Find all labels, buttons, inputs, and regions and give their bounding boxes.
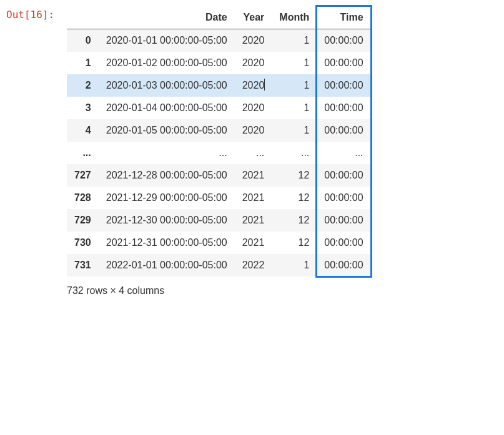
cell-year: 2020 — [235, 97, 272, 119]
row-index: 3 — [67, 97, 99, 119]
header-index — [67, 6, 99, 29]
cell-year: 2020 — [235, 74, 272, 97]
cell-year: 2022 — [235, 254, 272, 276]
cell-date: ... — [99, 142, 235, 164]
cell-date: 2021-12-30 00:00:00-05:00 — [99, 209, 235, 232]
cell-month: 1 — [272, 119, 317, 142]
cell-year: 2020 — [235, 29, 272, 52]
dataframe-table[interactable]: Date Year Month Time 02020-01-01 00:00:0… — [67, 6, 371, 276]
table-row[interactable]: 42020-01-05 00:00:00-05:002020100:00:00 — [67, 119, 371, 142]
table-row[interactable]: 32020-01-04 00:00:00-05:002020100:00:00 — [67, 97, 371, 119]
cell-month: 12 — [272, 187, 317, 209]
table-row[interactable]: 7272021-12-28 00:00:00-05:0020211200:00:… — [67, 164, 371, 187]
cell-time: 00:00:00 — [317, 52, 370, 74]
cell-month: 1 — [272, 29, 317, 52]
shape-summary: 732 rows × 4 columns — [67, 285, 371, 296]
cell-time: 00:00:00 — [317, 209, 370, 232]
row-index: 2 — [67, 74, 99, 97]
row-index: 728 — [67, 187, 99, 209]
row-index: 730 — [67, 232, 99, 254]
cell-time: 00:00:00 — [317, 232, 370, 254]
header-month: Month — [272, 6, 317, 29]
row-index: 729 — [67, 209, 99, 232]
cell-time: ... — [317, 142, 370, 164]
cell-month: 1 — [272, 74, 317, 97]
row-index: 4 — [67, 119, 99, 142]
cell-date: 2021-12-29 00:00:00-05:00 — [99, 187, 235, 209]
header-date: Date — [99, 6, 235, 29]
cell-time: 00:00:00 — [317, 187, 370, 209]
cell-date: 2021-12-31 00:00:00-05:00 — [99, 232, 235, 254]
cell-year: 2020 — [235, 119, 272, 142]
row-index: 0 — [67, 29, 99, 52]
table-row[interactable]: 22020-01-03 00:00:00-05:002020100:00:00 — [67, 74, 371, 97]
cell-year: 2020 — [235, 52, 272, 74]
output-prompt: Out[16]: — [6, 6, 67, 21]
cell-month: 1 — [272, 52, 317, 74]
cell-time: 00:00:00 — [317, 119, 370, 142]
cell-date: 2020-01-02 00:00:00-05:00 — [99, 52, 235, 74]
row-index: ... — [67, 142, 99, 164]
cell-month: ... — [272, 142, 317, 164]
cell-time: 00:00:00 — [317, 74, 370, 97]
table-row[interactable]: 7302021-12-31 00:00:00-05:0020211200:00:… — [67, 232, 371, 254]
cell-date: 2022-01-01 00:00:00-05:00 — [99, 254, 235, 276]
cell-time: 00:00:00 — [317, 97, 370, 119]
table-row[interactable]: 7292021-12-30 00:00:00-05:0020211200:00:… — [67, 209, 371, 232]
cell-month: 12 — [272, 232, 317, 254]
row-index: 731 — [67, 254, 99, 276]
cell-date: 2020-01-05 00:00:00-05:00 — [99, 119, 235, 142]
table-row[interactable]: ............... — [67, 142, 371, 164]
table-row[interactable]: 02020-01-01 00:00:00-05:002020100:00:00 — [67, 29, 371, 52]
table-row[interactable]: 12020-01-02 00:00:00-05:002020100:00:00 — [67, 52, 371, 74]
cell-month: 12 — [272, 209, 317, 232]
cell-time: 00:00:00 — [317, 164, 370, 187]
cell-date: 2021-12-28 00:00:00-05:00 — [99, 164, 235, 187]
cell-date: 2020-01-03 00:00:00-05:00 — [99, 74, 235, 97]
cell-year: ... — [235, 142, 272, 164]
cell-year: 2021 — [235, 187, 272, 209]
table-row[interactable]: 7312022-01-01 00:00:00-05:002022100:00:0… — [67, 254, 371, 276]
output-area: Date Year Month Time 02020-01-01 00:00:0… — [67, 6, 371, 296]
table-row[interactable]: 7282021-12-29 00:00:00-05:0020211200:00:… — [67, 187, 371, 209]
header-time: Time — [317, 6, 370, 29]
cell-month: 12 — [272, 164, 317, 187]
row-index: 1 — [67, 52, 99, 74]
cell-month: 1 — [272, 97, 317, 119]
header-row: Date Year Month Time — [67, 6, 371, 29]
cell-date: 2020-01-04 00:00:00-05:00 — [99, 97, 235, 119]
cell-year: 2021 — [235, 164, 272, 187]
cell-year: 2021 — [235, 209, 272, 232]
cell-year: 2021 — [235, 232, 272, 254]
cell-month: 1 — [272, 254, 317, 276]
cell-time: 00:00:00 — [317, 29, 370, 52]
cell-date: 2020-01-01 00:00:00-05:00 — [99, 29, 235, 52]
cell-time: 00:00:00 — [317, 254, 370, 276]
row-index: 727 — [67, 164, 99, 187]
header-year: Year — [235, 6, 272, 29]
